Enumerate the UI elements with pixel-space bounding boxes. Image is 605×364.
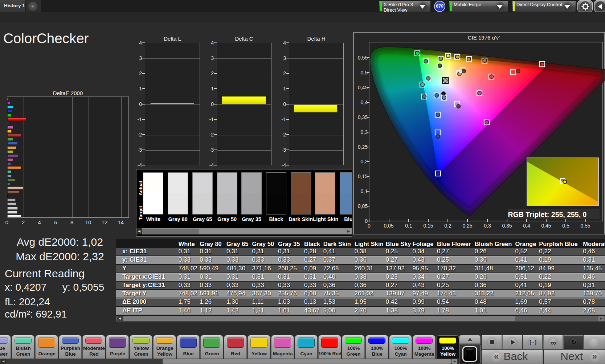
svg-text:0,05: 0,05	[358, 203, 368, 209]
svg-text:0,1: 0,1	[405, 223, 412, 229]
svg-text:0,15: 0,15	[423, 223, 433, 229]
svg-text:RGB Triplet: 255, 255, 0: RGB Triplet: 255, 255, 0	[508, 210, 587, 218]
svg-text:0,55: 0,55	[358, 55, 368, 61]
svg-text:CIE 1976 u'v': CIE 1976 u'v'	[468, 34, 500, 41]
svg-text:0,25: 0,25	[358, 144, 368, 150]
svg-text:0,45: 0,45	[358, 85, 368, 90]
svg-text:0,05: 0,05	[384, 223, 393, 229]
svg-text:0,55: 0,55	[580, 223, 590, 229]
svg-text:0,15: 0,15	[358, 173, 368, 179]
svg-text:0,2: 0,2	[444, 223, 451, 229]
svg-text:0,4: 0,4	[523, 223, 530, 229]
svg-text:0: 0	[368, 223, 371, 229]
svg-text:0,35: 0,35	[502, 223, 512, 229]
svg-text:0,35: 0,35	[358, 114, 368, 120]
svg-text:0,3: 0,3	[484, 223, 491, 229]
svg-text:0,25: 0,25	[462, 223, 472, 229]
svg-text:0,45: 0,45	[541, 223, 551, 229]
svg-text:0,5: 0,5	[562, 223, 569, 229]
